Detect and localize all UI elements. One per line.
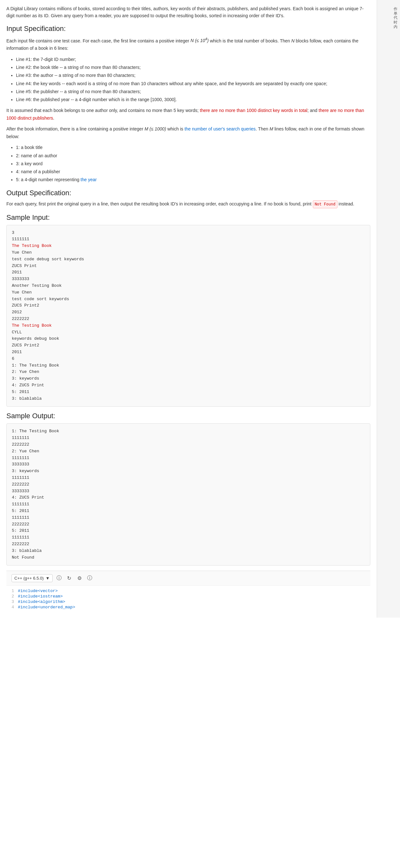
page-wrapper: A Digital Library contains millions of b… <box>0 0 400 618</box>
sample-input-code: 3 1111111 The Testing Book Yue Chen test… <box>6 225 370 407</box>
code-author3: CYLL <box>12 330 22 335</box>
code-q4: 4: ZUCS Print <box>12 383 44 388</box>
sidebar-item-1[interactable]: 作 <box>378 3 399 5</box>
code-id3: 2222222 <box>12 316 29 321</box>
code-q1: 1: The Testing Book <box>12 363 59 368</box>
code-year1: 2011 <box>12 270 22 275</box>
code-title3: The Testing Book <box>12 323 52 328</box>
intro-paragraph: A Digital Library contains millions of b… <box>6 5 370 20</box>
sidebar-item-5[interactable]: 内 <box>378 21 399 23</box>
code-title2: Another Testing Book <box>12 283 62 288</box>
list-item: 3: a key word <box>16 160 370 168</box>
code-q5: 5: 2011 <box>12 390 29 394</box>
query-line-5: 5: a 4-digit number representing the yea… <box>16 177 97 182</box>
code-m: 6 <box>12 356 15 361</box>
line-number-1: 1 <box>6 589 18 593</box>
settings-icon[interactable]: ⚙ <box>76 575 83 582</box>
list-item: 1: a book title <box>16 144 370 152</box>
list-item: Line #6: the published year -- a 4-digit… <box>16 96 370 104</box>
code-line-2: 2 #include<iostream> <box>6 594 370 599</box>
sidebar-item-3[interactable]: 代 <box>378 11 399 14</box>
language-label: C++ (g++ 6.5.0) <box>15 576 44 581</box>
code-publisher2: ZUCS Print2 <box>12 303 39 308</box>
code-id1: 1111111 <box>12 237 29 242</box>
list-item: Line #5: the publisher -- a string of no… <box>16 88 370 96</box>
line-code-1: #include<vector> <box>18 589 58 593</box>
code-q3: 3: keywords <box>12 376 39 381</box>
code-keywords1: test code debug sort keywords <box>12 257 84 261</box>
list-item: Line #2: the book title -- a string of n… <box>16 63 370 71</box>
list-item: 4: name of a publisher <box>16 168 370 176</box>
list-item: Line #4: the key words -- each word is a… <box>16 80 370 88</box>
code-author2: Yue Chen <box>12 290 32 295</box>
list-item: Line #1: the 7-digit ID number; <box>16 56 370 63</box>
query-formats-list: 1: a book title 2: name of an author 3: … <box>16 144 370 184</box>
line-code-2: #include<iostream> <box>18 594 63 599</box>
code-title1: The Testing Book <box>12 243 52 248</box>
highlight-text: there are no more than 1000 distinct key… <box>200 108 308 113</box>
code-publisher1: ZUCS Print <box>12 264 37 268</box>
code-keywords3: keywords debug book <box>12 336 59 341</box>
code-year2: 2012 <box>12 310 22 314</box>
bottom-toolbar: C++ (g++ 6.5.0) ▼ ⓘ ↻ ⚙ ⓘ <box>6 571 370 585</box>
code-editor[interactable]: 1 #include<vector> 2 #include<iostream> … <box>6 585 370 613</box>
help-icon[interactable]: ⓘ <box>86 575 93 582</box>
chevron-down-icon[interactable]: ▼ <box>46 576 50 581</box>
code-id2: 3333333 <box>12 277 29 281</box>
code-keywords2: test code sort keywords <box>12 297 69 302</box>
list-item: 5: a 4-digit number representing the yea… <box>16 176 370 184</box>
code-line-4: 4 #include<unordered_map> <box>6 604 370 610</box>
highlight-text2: there are no more than 1000 distinct pub… <box>6 108 364 121</box>
line-code-4: #include<unordered_map> <box>18 605 75 610</box>
list-item: Line #3: the author -- a string of no mo… <box>16 71 370 80</box>
not-found-badge: Not Found <box>313 200 337 208</box>
sidebar-item-2[interactable]: 单 <box>378 7 399 9</box>
sample-output-heading: Sample Output: <box>6 412 370 420</box>
highlight-blue-text: the number of user's search queries <box>184 126 256 131</box>
sample-input-heading: Sample Input: <box>6 213 370 222</box>
input-spec-para2: It is assumed that each book belongs to … <box>6 107 370 122</box>
code-q6: 3: blablabla <box>12 396 42 401</box>
code-year3: 2011 <box>12 350 22 354</box>
reset-icon[interactable]: ↻ <box>65 575 73 582</box>
code-q2: 2: Yue Chen <box>12 369 39 374</box>
line-number-3: 3 <box>6 599 18 604</box>
line-number-2: 2 <box>6 594 18 599</box>
output-spec-para: For each query, first print the original… <box>6 200 370 208</box>
code-author1: Yue Chen <box>12 250 32 255</box>
output-spec-heading: Output Specification: <box>6 189 370 197</box>
line-number-4: 4 <box>6 605 18 610</box>
input-spec-para3: After the book information, there is a l… <box>6 125 370 141</box>
line-code-3: #include<algorithm> <box>18 599 65 604</box>
sidebar-item-4[interactable]: 时 <box>378 16 399 19</box>
sample-output-code: 1: The Testing Book 1111111 2222222 2: Y… <box>6 423 370 566</box>
code-line-3: 3 #include<algorithm> <box>6 599 370 604</box>
language-selector[interactable]: C++ (g++ 6.5.0) ▼ <box>11 574 53 582</box>
info-icon[interactable]: ⓘ <box>55 575 63 582</box>
list-item: 2: name of an author <box>16 152 370 160</box>
code-publisher3: ZUCS Print2 <box>12 343 39 348</box>
code-number: 3 <box>12 230 15 235</box>
code-line-1: 1 #include<vector> <box>6 588 370 594</box>
input-lines-list: Line #1: the 7-digit ID number; Line #2:… <box>16 56 370 104</box>
main-content: A Digital Library contains millions of b… <box>0 0 377 618</box>
math-n: N (≤ 104) <box>191 38 209 43</box>
input-spec-para1: Each input file contains one test case. … <box>6 36 370 52</box>
input-spec-heading: Input Specification: <box>6 25 370 33</box>
right-sidebar: 作 单 代 时 内 <box>377 0 400 618</box>
